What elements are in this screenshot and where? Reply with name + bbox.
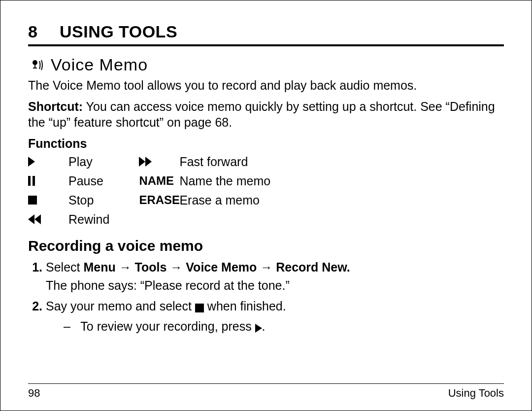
- chapter-heading: 8 USING TOOLS: [28, 22, 504, 41]
- step2-sub-after: .: [262, 319, 266, 333]
- shortcut-text: You can access voice memo quickly by set…: [28, 100, 495, 130]
- function-row: Play: [28, 155, 109, 169]
- svg-marker-12: [255, 324, 262, 333]
- svg-marker-9: [139, 157, 145, 167]
- stop-icon: [195, 300, 204, 317]
- svg-marker-7: [28, 214, 34, 224]
- function-label: Stop: [68, 193, 94, 207]
- svg-rect-5: [33, 176, 35, 186]
- svg-rect-6: [28, 196, 37, 205]
- functions-right-column: Fast forward NAME Name the memo ERASE Er…: [139, 155, 270, 227]
- recording-heading: Recording a voice memo: [28, 238, 504, 254]
- name-text-icon: NAME: [139, 174, 173, 188]
- svg-point-0: [33, 60, 37, 65]
- fast-forward-icon: [139, 157, 173, 167]
- function-label: Fast forward: [179, 155, 248, 169]
- function-row: NAME Name the memo: [139, 174, 270, 188]
- svg-marker-3: [28, 157, 35, 167]
- footer-section: Using Tools: [448, 387, 504, 400]
- manual-page: 8 USING TOOLS Voice Memo The Voice Memo …: [0, 0, 532, 411]
- functions-left-column: Play Pause Stop Rewind: [28, 155, 109, 227]
- function-row: ERASE Erase a memo: [139, 193, 270, 207]
- svg-rect-11: [195, 304, 204, 312]
- stop-icon: [28, 196, 63, 205]
- function-row: Rewind: [28, 212, 109, 227]
- chapter-title: USING TOOLS: [60, 22, 177, 41]
- section-title: Voice Memo: [51, 55, 148, 74]
- step2-sub: – To review your recording, press .: [46, 318, 504, 336]
- function-row: Pause: [28, 174, 109, 188]
- function-label: Play: [68, 155, 93, 169]
- function-row: Fast forward: [139, 155, 270, 169]
- pause-icon: [28, 176, 63, 186]
- section-intro: The Voice Memo tool allows you to record…: [28, 77, 504, 94]
- step2-sub-before: – To review your recording, press: [64, 319, 255, 333]
- step-1: Select Menu → Tools → Voice Memo → Recor…: [46, 259, 504, 295]
- page-footer: 98 Using Tools: [28, 383, 504, 400]
- svg-rect-4: [28, 176, 31, 186]
- step-2: Say your memo and select when finished. …: [46, 298, 504, 336]
- page-number: 98: [28, 387, 40, 400]
- function-row: Stop: [28, 193, 109, 207]
- svg-marker-8: [34, 214, 41, 224]
- recording-steps: Select Menu → Tools → Voice Memo → Recor…: [28, 259, 504, 336]
- heading-rule: [28, 44, 504, 46]
- step2-after: when finished.: [204, 299, 286, 313]
- shortcut-paragraph: Shortcut: You can access voice memo quic…: [28, 99, 504, 131]
- step1-menu-path: Menu → Tools → Voice Memo → Record New.: [83, 260, 350, 274]
- chapter-number: 8: [28, 22, 55, 41]
- function-label: Pause: [68, 174, 103, 188]
- shortcut-label: Shortcut:: [28, 100, 83, 113]
- functions-heading: Functions: [28, 137, 504, 151]
- function-label: Name the memo: [179, 174, 270, 188]
- erase-text-icon: ERASE: [139, 193, 173, 207]
- play-icon: [255, 320, 262, 337]
- functions-table: Play Pause Stop Rewind: [28, 155, 504, 227]
- step2-before: Say your memo and select: [46, 299, 195, 313]
- section-heading: Voice Memo: [28, 55, 504, 74]
- svg-rect-2: [33, 68, 37, 68]
- function-label: Erase a memo: [179, 193, 260, 207]
- step1-line2: The phone says: “Please record at the to…: [46, 277, 504, 294]
- svg-rect-1: [34, 65, 35, 68]
- function-label: Rewind: [68, 212, 109, 227]
- rewind-icon: [28, 214, 63, 224]
- step1-prefix: Select: [46, 260, 83, 274]
- svg-marker-10: [145, 157, 152, 167]
- play-icon: [28, 157, 63, 167]
- microphone-sound-icon: [30, 58, 45, 72]
